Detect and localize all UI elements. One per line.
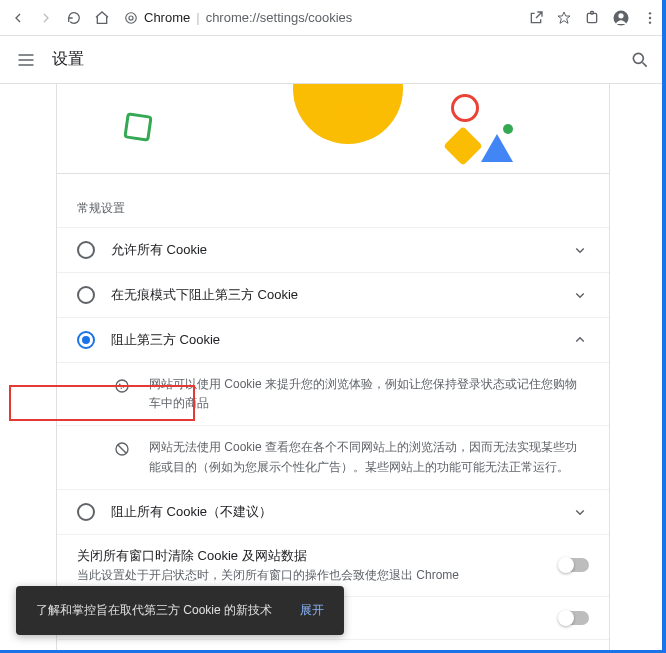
settings-card: 常规设置 允许所有 Cookie 在无痕模式下阻止第三方 Cookie 阻止第三… <box>56 84 610 653</box>
svg-point-9 <box>633 53 643 63</box>
hero-graphic <box>57 84 609 174</box>
pref-subtitle: 当此设置处于开启状态时，关闭所有窗口的操作也会致使您退出 Chrome <box>77 567 559 584</box>
radio-selected-icon <box>77 331 95 349</box>
radio-icon <box>77 241 95 259</box>
option-allow-all-cookies[interactable]: 允许所有 Cookie <box>57 227 609 272</box>
omnibox[interactable]: Chrome | chrome://settings/cookies <box>120 10 520 25</box>
chrome-icon <box>124 11 138 25</box>
svg-point-11 <box>119 384 121 386</box>
section-title-general: 常规设置 <box>57 174 609 227</box>
option-block-all-cookies[interactable]: 阻止所有 Cookie（不建议） <box>57 489 609 534</box>
radio-icon <box>77 503 95 521</box>
content-area: 常规设置 允许所有 Cookie 在无痕模式下阻止第三方 Cookie 阻止第三… <box>0 84 666 653</box>
svg-rect-2 <box>587 13 596 22</box>
option-label: 在无痕模式下阻止第三方 Cookie <box>111 286 555 304</box>
chevron-up-icon <box>571 331 589 349</box>
toast-message: 了解和掌控旨在取代第三方 Cookie 的新技术 <box>36 602 272 619</box>
option-label: 阻止第三方 Cookie <box>111 331 555 349</box>
window-border <box>662 0 666 653</box>
cookie-icon <box>113 375 133 413</box>
radio-icon <box>77 286 95 304</box>
kebab-menu-icon[interactable] <box>642 10 658 26</box>
chevron-down-icon <box>571 241 589 259</box>
pref-title: 关闭所有窗口时清除 Cookie 及网站数据 <box>77 547 559 565</box>
toast-snackbar: 了解和掌控旨在取代第三方 Cookie 的新技术 展开 <box>16 586 344 635</box>
bookmark-star-icon[interactable] <box>556 10 572 26</box>
chevron-down-icon <box>571 503 589 521</box>
back-button[interactable] <box>8 8 28 28</box>
svg-point-1 <box>129 15 133 19</box>
svg-point-13 <box>121 388 123 390</box>
block-icon <box>113 438 133 476</box>
svg-point-10 <box>116 380 128 392</box>
svg-rect-3 <box>591 11 594 14</box>
search-icon[interactable] <box>630 50 650 70</box>
profile-avatar-icon[interactable] <box>612 9 630 27</box>
detail-cookie-restriction: 网站无法使用 Cookie 查看您在各个不同网站上的浏览活动，因而无法实现某些功… <box>57 425 609 488</box>
svg-point-12 <box>123 386 125 388</box>
svg-point-5 <box>618 13 623 18</box>
option-label: 阻止所有 Cookie（不建议） <box>111 503 555 521</box>
url-text: chrome://settings/cookies <box>206 10 353 25</box>
browser-toolbar: Chrome | chrome://settings/cookies <box>0 0 666 36</box>
svg-point-6 <box>649 12 651 14</box>
detail-text: 网站无法使用 Cookie 查看您在各个不同网站上的浏览活动，因而无法实现某些功… <box>149 438 589 476</box>
svg-point-7 <box>649 16 651 18</box>
toast-action-expand[interactable]: 展开 <box>300 602 324 619</box>
toggle-switch[interactable] <box>559 558 589 572</box>
share-icon[interactable] <box>528 10 544 26</box>
page-title: 设置 <box>52 49 84 70</box>
hamburger-menu-icon[interactable] <box>16 50 36 70</box>
detail-text: 网站可以使用 Cookie 来提升您的浏览体验，例如让您保持登录状态或记住您购物… <box>149 375 589 413</box>
option-block-third-party[interactable]: 阻止第三方 Cookie <box>57 317 609 362</box>
reload-button[interactable] <box>64 8 84 28</box>
chevron-down-icon <box>571 286 589 304</box>
svg-point-8 <box>649 21 651 23</box>
settings-header: 设置 <box>0 36 666 84</box>
svg-point-0 <box>126 12 137 23</box>
url-app-label: Chrome <box>144 10 190 25</box>
toggle-switch[interactable] <box>559 611 589 625</box>
forward-button[interactable] <box>36 8 56 28</box>
home-button[interactable] <box>92 8 112 28</box>
detail-cookie-benefit: 网站可以使用 Cookie 来提升您的浏览体验，例如让您保持登录状态或记住您购物… <box>57 362 609 425</box>
extensions-icon[interactable] <box>584 10 600 26</box>
option-block-third-party-incognito[interactable]: 在无痕模式下阻止第三方 Cookie <box>57 272 609 317</box>
option-label: 允许所有 Cookie <box>111 241 555 259</box>
